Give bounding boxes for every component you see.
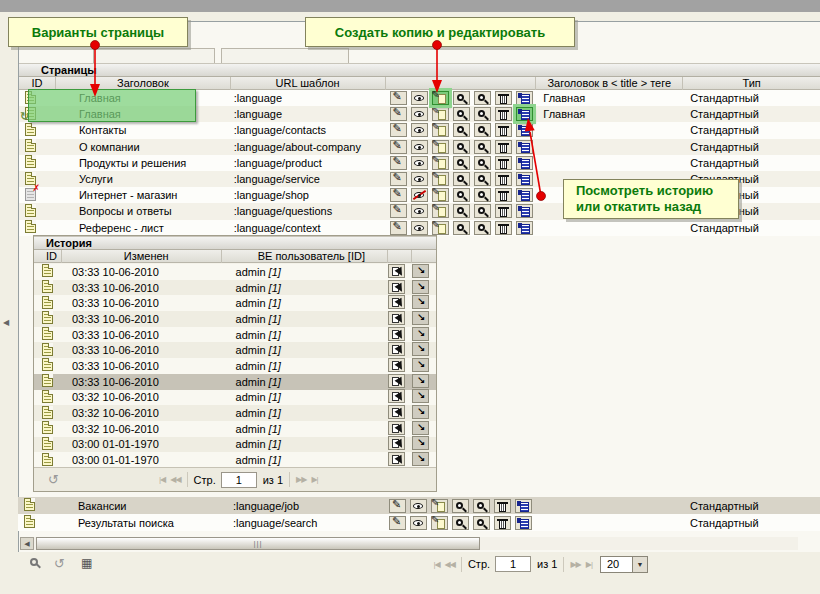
search-subtree-icon[interactable]	[453, 188, 470, 202]
search-icon[interactable]	[473, 516, 490, 530]
history-icon[interactable]	[516, 172, 533, 186]
edit-icon[interactable]	[390, 123, 407, 137]
search-icon[interactable]	[474, 221, 491, 235]
preview-icon[interactable]	[411, 91, 428, 105]
search-icon[interactable]	[474, 91, 491, 105]
history-icon[interactable]	[516, 91, 533, 105]
delete-icon[interactable]	[494, 516, 511, 530]
hcol-user[interactable]: ВЕ пользователь [ID]	[222, 250, 389, 263]
delete-icon[interactable]	[495, 204, 512, 218]
delete-icon[interactable]	[495, 188, 512, 202]
copy-edit-icon[interactable]	[432, 188, 449, 202]
delete-icon[interactable]	[495, 221, 512, 235]
horizontal-scrollbar[interactable]: ◀ |||	[20, 537, 798, 550]
refresh-icon[interactable]	[54, 556, 70, 572]
copy-edit-icon[interactable]	[431, 499, 448, 513]
collapse-panel-icon[interactable]: ◀	[3, 318, 9, 327]
restore-icon[interactable]	[412, 295, 429, 309]
first-page-icon[interactable]	[433, 560, 439, 569]
toolbar-button-stub[interactable]	[221, 48, 349, 63]
page-size-select[interactable]: 20 ▼	[600, 556, 648, 573]
history-row[interactable]: 03:00 01-01-1970admin [1]	[34, 437, 436, 453]
history-row-selected[interactable]: 03:33 10-06-2010admin [1]	[34, 374, 436, 390]
history-icon[interactable]	[515, 499, 532, 513]
delete-icon[interactable]	[495, 91, 512, 105]
search-icon[interactable]	[473, 499, 490, 513]
last-page-icon[interactable]	[311, 475, 317, 484]
page-row[interactable]: О компании :language/about-company Станд…	[19, 139, 820, 155]
edit-icon[interactable]	[389, 516, 406, 530]
hcol-changed[interactable]: Изменен	[62, 250, 222, 263]
copy-edit-icon[interactable]	[432, 107, 449, 121]
page-number-input[interactable]	[221, 472, 257, 488]
copy-edit-icon[interactable]	[432, 91, 449, 105]
restore-icon[interactable]	[412, 358, 429, 372]
search-subtree-icon[interactable]	[453, 156, 470, 170]
history-icon[interactable]	[516, 188, 533, 202]
copy-edit-icon[interactable]	[432, 221, 449, 235]
search-icon[interactable]	[474, 107, 491, 121]
view-version-icon[interactable]	[388, 374, 405, 388]
chevron-down-icon[interactable]: ▼	[632, 557, 647, 572]
history-row[interactable]: 03:32 10-06-2010admin [1]	[34, 421, 436, 437]
search-subtree-icon[interactable]	[453, 91, 470, 105]
col-title-tag[interactable]: Заголовок в < title > теге	[536, 77, 683, 90]
search-subtree-icon[interactable]	[452, 499, 469, 513]
history-row[interactable]: 03:33 10-06-2010admin [1]	[34, 264, 436, 280]
preview-icon[interactable]	[411, 221, 428, 235]
edit-icon[interactable]	[390, 221, 407, 235]
first-page-icon[interactable]	[159, 475, 165, 484]
next-page-icon[interactable]	[570, 560, 580, 569]
delete-icon[interactable]	[495, 107, 512, 121]
view-version-icon[interactable]	[388, 405, 405, 419]
search-icon[interactable]	[474, 204, 491, 218]
restore-icon[interactable]	[412, 327, 429, 341]
page-row[interactable]: Продукты и решения :language/product Ста…	[19, 155, 820, 171]
history-row[interactable]: 03:33 10-06-2010admin [1]	[34, 280, 436, 296]
grid-view-icon[interactable]	[80, 556, 96, 572]
search-subtree-icon[interactable]	[453, 172, 470, 186]
edit-icon[interactable]	[390, 204, 407, 218]
preview-icon[interactable]	[411, 204, 428, 218]
delete-icon[interactable]	[495, 156, 512, 170]
page-number-input[interactable]	[495, 556, 531, 572]
toolbar-button-stub[interactable]	[93, 48, 215, 63]
search-icon[interactable]	[474, 123, 491, 137]
restore-icon[interactable]	[412, 342, 429, 356]
page-row[interactable]: Контакты :language/contacts Стандартный	[19, 122, 820, 138]
history-icon[interactable]	[516, 140, 533, 154]
history-row[interactable]: 03:32 10-06-2010admin [1]	[34, 405, 436, 421]
view-version-icon[interactable]	[388, 389, 405, 403]
search-subtree-icon[interactable]	[453, 204, 470, 218]
col-id[interactable]: ID	[19, 77, 56, 90]
search-icon[interactable]	[474, 156, 491, 170]
history-row[interactable]: 03:32 10-06-2010admin [1]	[34, 390, 436, 406]
edit-icon[interactable]	[390, 140, 407, 154]
copy-edit-icon[interactable]	[432, 204, 449, 218]
copy-edit-icon[interactable]	[432, 123, 449, 137]
restore-icon[interactable]	[412, 264, 429, 278]
page-row[interactable]: Референс - лист :language/context Станда…	[19, 220, 820, 236]
view-version-icon[interactable]	[388, 358, 405, 372]
restore-icon[interactable]	[412, 389, 429, 403]
search-icon[interactable]	[474, 172, 491, 186]
edit-icon[interactable]	[390, 156, 407, 170]
history-row[interactable]: 03:33 10-06-2010admin [1]	[34, 342, 436, 358]
scrollbar-thumb[interactable]: |||	[36, 537, 480, 550]
history-row[interactable]: 03:00 01-01-1970admin [1]	[34, 452, 436, 468]
search-subtree-icon[interactable]	[453, 140, 470, 154]
edit-icon[interactable]	[389, 499, 406, 513]
view-version-icon[interactable]	[388, 311, 405, 325]
scroll-left-icon[interactable]: ◀	[20, 537, 34, 550]
delete-icon[interactable]	[494, 499, 511, 513]
preview-hidden-icon[interactable]	[411, 188, 428, 202]
prev-page-icon[interactable]	[170, 475, 180, 484]
search-icon[interactable]	[474, 140, 491, 154]
view-version-icon[interactable]	[388, 280, 405, 294]
search-subtree-icon[interactable]	[453, 123, 470, 137]
restore-icon[interactable]	[412, 421, 429, 435]
view-version-icon[interactable]	[388, 327, 405, 341]
delete-icon[interactable]	[495, 172, 512, 186]
next-page-icon[interactable]	[296, 475, 306, 484]
page-row[interactable]: Вакансии :language/job Стандартный	[18, 497, 820, 514]
